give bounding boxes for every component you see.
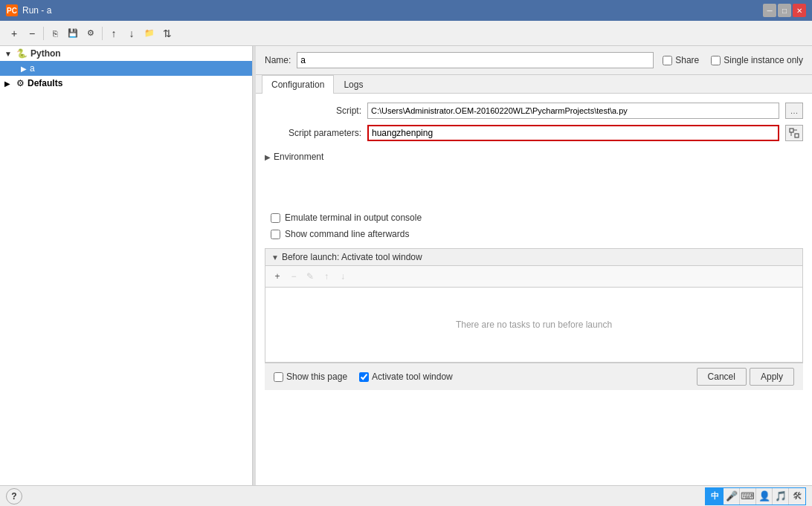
status-bar: ? 中 🎤 ⌨ 👤 🎵 🛠 (0, 485, 812, 506)
tree-item-a[interactable]: ▶ a (0, 61, 252, 76)
emulate-terminal-checkbox[interactable] (271, 213, 280, 223)
name-label: Name: (265, 55, 291, 65)
status-lang-text: 中 (711, 490, 719, 502)
add-button[interactable]: + (6, 25, 22, 42)
folder-button[interactable]: 📁 (141, 25, 158, 42)
bottom-checkboxes: Show this page Activate tool window (274, 372, 685, 382)
status-keyboard-icon[interactable]: ⌨ (740, 488, 756, 505)
tab-configuration[interactable]: Configuration (262, 75, 334, 94)
tree-arrow-python: ▼ (4, 50, 13, 58)
name-row: Name: Share Single instance only (256, 46, 812, 75)
single-instance-checkbox-label[interactable]: Single instance only (711, 55, 803, 65)
remove-button[interactable]: − (24, 25, 40, 42)
before-launch-empty-text: There are no tasks to run before launch (456, 320, 612, 330)
name-input[interactable] (297, 52, 654, 68)
tabs-bar: Configuration Logs (256, 75, 812, 94)
main-container: + − ⎘ 💾 ⚙ ↑ ↓ 📁 ⇅ ▼ 🐍 Python ▶ a (0, 21, 812, 506)
config-panel: Script: … Script parameters: (256, 94, 812, 485)
svg-rect-0 (790, 129, 793, 132)
close-button[interactable]: ✕ (793, 4, 806, 17)
activate-tool-checkbox[interactable] (359, 372, 369, 382)
script-input[interactable] (367, 103, 779, 119)
left-panel: ▼ 🐍 Python ▶ a ▶ ⚙ Defaults (0, 46, 253, 485)
activate-tool-label[interactable]: Activate tool window (359, 372, 453, 382)
status-tools-icon[interactable]: 🛠 (789, 488, 805, 505)
bl-edit-button[interactable]: ✎ (303, 269, 318, 284)
bottom-bar: Show this page Activate tool window Canc… (265, 363, 803, 390)
script-row: Script: … (265, 103, 803, 119)
defaults-icon: ⚙ (16, 78, 25, 88)
toolbar: + − ⎘ 💾 ⚙ ↑ ↓ 📁 ⇅ (0, 21, 812, 46)
script-label: Script: (265, 106, 361, 116)
maximize-button[interactable]: □ (778, 4, 791, 17)
move-up-button[interactable]: ↑ (106, 25, 122, 42)
single-instance-checkbox[interactable] (711, 56, 721, 65)
show-command-row: Show command line afterwards (265, 226, 803, 242)
apply-button[interactable]: Apply (750, 368, 794, 386)
window-controls: ─ □ ✕ (763, 4, 806, 17)
toolbar-separator-2 (102, 27, 103, 40)
tree-arrow-defaults: ▶ (4, 80, 13, 88)
show-command-label[interactable]: Show command line afterwards (285, 229, 409, 239)
toolbar-separator-1 (43, 27, 44, 40)
share-section: Share Single instance only (663, 55, 803, 65)
status-icons-group: 中 🎤 ⌨ 👤 🎵 🛠 (705, 487, 806, 505)
title-bar: PC Run - a ─ □ ✕ (0, 0, 812, 21)
before-launch-arrow-icon: ▼ (271, 253, 279, 262)
script-browse-button[interactable]: … (785, 103, 803, 119)
tree-label-python: Python (30, 48, 61, 59)
status-lang-icon[interactable]: 中 (706, 488, 724, 505)
settings-button[interactable]: ⚙ (83, 25, 99, 42)
script-params-expand-button[interactable] (785, 125, 803, 141)
cancel-button[interactable]: Cancel (697, 368, 747, 386)
share-checkbox[interactable] (663, 56, 672, 65)
status-user-icon[interactable]: 👤 (756, 488, 773, 505)
script-params-row: Script parameters: (265, 125, 803, 141)
config-spacer (265, 165, 803, 210)
bl-remove-button[interactable]: − (286, 269, 301, 284)
activate-tool-text: Activate tool window (372, 372, 453, 382)
emulate-terminal-row: Emulate terminal in output console (265, 210, 803, 226)
share-checkbox-label[interactable]: Share (663, 55, 699, 65)
show-page-text: Show this page (286, 372, 347, 382)
before-launch-header: ▼ Before launch: Activate tool window (265, 249, 802, 266)
before-launch-label: Before launch: Activate tool window (282, 252, 422, 262)
status-music-icon[interactable]: 🎵 (773, 488, 789, 505)
sort-button[interactable]: ⇅ (159, 25, 175, 42)
app-icon: PC (6, 4, 18, 16)
show-page-checkbox[interactable] (274, 372, 283, 382)
tree-item-defaults[interactable]: ▶ ⚙ Defaults (0, 76, 252, 91)
show-command-checkbox[interactable] (271, 230, 280, 239)
environment-arrow-icon: ▶ (265, 153, 271, 161)
status-mic-icon[interactable]: 🎤 (724, 488, 740, 505)
before-launch-section: ▼ Before launch: Activate tool window + … (265, 248, 803, 363)
environment-section[interactable]: ▶ Environment (265, 147, 803, 165)
share-label: Share (675, 55, 699, 65)
expand-icon (789, 128, 799, 138)
save-button[interactable]: 💾 (65, 25, 81, 42)
bl-up-button[interactable]: ↑ (319, 269, 334, 284)
move-down-button[interactable]: ↓ (123, 25, 140, 42)
bl-down-button[interactable]: ↓ (335, 269, 350, 284)
before-launch-body: There are no tasks to run before launch (265, 288, 802, 362)
help-button[interactable]: ? (6, 488, 22, 505)
content-area: ▼ 🐍 Python ▶ a ▶ ⚙ Defaults Name: (0, 46, 812, 485)
script-params-input[interactable] (367, 125, 779, 141)
bottom-right: Cancel Apply (697, 368, 794, 386)
window-title: Run - a (22, 5, 51, 16)
script-params-label: Script parameters: (265, 128, 361, 138)
copy-button[interactable]: ⎘ (47, 25, 63, 42)
bl-add-button[interactable]: + (270, 269, 285, 284)
tree-item-python[interactable]: ▼ 🐍 Python (0, 46, 252, 61)
tree-label-defaults: Defaults (28, 78, 62, 88)
single-instance-label: Single instance only (724, 55, 803, 65)
tree-label-a: a (30, 63, 35, 74)
svg-rect-1 (795, 134, 799, 137)
emulate-terminal-label[interactable]: Emulate terminal in output console (285, 213, 422, 223)
minimize-button[interactable]: ─ (763, 4, 776, 17)
right-panel: Name: Share Single instance only Configu… (256, 46, 812, 485)
tab-logs[interactable]: Logs (334, 75, 373, 94)
before-launch-toolbar: + − ✎ ↑ ↓ (265, 266, 802, 288)
show-page-label[interactable]: Show this page (274, 372, 347, 382)
python-icon: 🐍 (16, 48, 28, 59)
